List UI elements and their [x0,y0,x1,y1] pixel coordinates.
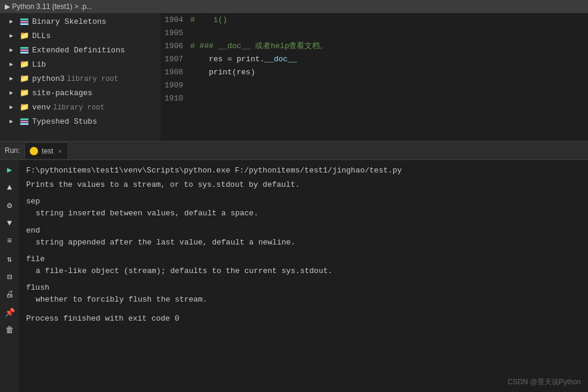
code-line-1909: 1909 [161,79,588,92]
sidebar-arrow-binary-skeletons: ▶ [10,18,19,25]
sidebar-item-binary-skeletons[interactable]: ▶Binary Skeletons [0,14,161,29]
run-output: F:\pythonitems\test1\venv\Scripts\python… [19,160,588,392]
trash-button[interactable]: 🗑 [2,323,17,337]
watermark: CSDN @景天说Python [508,377,581,387]
down-button[interactable]: ▼ [2,216,17,230]
param-name-file: file [26,253,581,265]
pin-button[interactable]: 📌 [2,305,17,319]
line-number-1908: 1908 [161,68,190,77]
lines2-button[interactable]: ⇅ [2,252,17,266]
line-number-1909: 1909 [161,81,190,90]
grid-button[interactable]: ⊟ [2,269,17,284]
sidebar-item-extended-definitions[interactable]: ▶Extended Definitions [0,43,161,57]
sidebar-item-venv[interactable]: ▶📁venvlibrary root [0,100,161,114]
run-tab[interactable]: test × [24,142,68,159]
sidebar-label-lib: Lib [32,60,46,69]
lines-button[interactable]: ≡ [2,234,17,248]
wrench-button[interactable]: ⚙ [2,198,17,212]
up-button[interactable]: ▲ [2,180,17,195]
play-button[interactable]: ▶ [2,162,17,177]
line-number-1906: 1906 [161,42,190,51]
sidebar-arrow-site-packages: ▶ [10,89,19,96]
python-tab-icon [30,147,38,155]
code-editor: 1904# i()19051906# ### __doc__ 或者help查看文… [161,13,588,141]
sidebar-icon-binary-skeletons [19,16,30,27]
line-content-1906: # ### __doc__ 或者help查看文档。 [190,40,328,51]
run-tab-bar: Run: test × [0,141,588,160]
param-name-end: end [26,225,581,237]
params-block: sepstring inserted between values, defau… [26,196,581,306]
sidebar-label-extended-definitions: Extended Definitions [32,46,125,55]
sidebar-icon-typeshed-stubs [19,116,30,127]
code-line-1908: 1908 print(res) [161,65,588,79]
sidebar: ▶Binary Skeletons▶📁DLLs▶Extended Definit… [0,13,161,141]
sidebar-label-venv: venvlibrary root [32,103,105,112]
sidebar-arrow-typeshed-stubs: ▶ [10,118,19,125]
sidebar-icon-lib: 📁 [19,59,30,70]
sidebar-label-site-packages: site-packages [32,89,92,98]
sidebar-label-binary-skeletons: Binary Skeletons [32,17,106,26]
sidebar-item-lib[interactable]: ▶📁Lib [0,57,161,71]
tab-close-button[interactable]: × [58,148,62,155]
sidebar-icon-venv: 📁 [19,102,30,112]
param-desc-end: string appended after the last value, de… [26,237,581,249]
run-label: Run: [5,146,20,155]
sidebar-icon-site-packages: 📁 [19,87,30,98]
sidebar-item-dlls[interactable]: ▶📁DLLs [0,29,161,43]
sidebar-label-dlls: DLLs [32,32,51,40]
code-line-1905: 1905 [161,26,588,39]
output-path: F:\pythonitems\test1\venv\Scripts\python… [26,165,581,177]
sidebar-item-site-packages[interactable]: ▶📁site-packages [0,86,161,100]
line-number-1910: 1910 [161,94,190,103]
python-bar-text: ▶ Python 3.11 (test1) > .p... [5,2,92,11]
print-button[interactable]: 🖨 [2,287,17,302]
sidebar-item-typeshed-stubs[interactable]: ▶Typeshed Stubs [0,114,161,128]
run-toolbar: ▶▲⚙▼≡⇅⊟🖨📌🗑 [0,160,19,392]
line-content-1907: res = print.__doc__ [190,55,297,64]
sidebar-label-typeshed-stubs: Typeshed Stubs [32,117,97,126]
code-line-1904: 1904# i() [161,13,588,26]
line-content-1904: # i() [190,15,227,24]
exit-message: Process finished with exit code 0 [26,313,581,325]
sidebar-arrow-python3: ▶ [10,75,19,82]
python-bar: ▶ Python 3.11 (test1) > .p... [0,0,588,13]
param-desc-sep: string inserted between values, default … [26,208,581,219]
sidebar-label-python3: python3library root [32,74,118,83]
line-number-1904: 1904 [161,15,190,24]
param-desc-file: a file-like object (stream); defaults to… [26,265,581,277]
line-content-1908: print(res) [190,68,255,77]
sidebar-arrow-lib: ▶ [10,61,19,68]
param-desc-flush: whether to forcibly flush the stream. [26,294,581,306]
sidebar-arrow-venv: ▶ [10,104,19,111]
tab-name: test [42,147,53,155]
top-section: ▶Binary Skeletons▶📁DLLs▶Extended Definit… [0,13,588,141]
sidebar-arrow-dlls: ▶ [10,32,19,39]
sidebar-arrow-extended-definitions: ▶ [10,46,19,54]
output-line1: Prints the values to a stream, or to sys… [26,179,581,191]
param-name-sep: sep [26,196,581,208]
run-panel: ▶▲⚙▼≡⇅⊟🖨📌🗑 F:\pythonitems\test1\venv\Scr… [0,160,588,392]
code-line-1906: 1906# ### __doc__ 或者help查看文档。 [161,39,588,52]
code-lines: 1904# i()19051906# ### __doc__ 或者help查看文… [161,13,588,141]
param-name-flush: flush [26,282,581,294]
sidebar-item-python3[interactable]: ▶📁python3library root [0,71,161,86]
sidebar-icon-python3: 📁 [19,73,30,84]
sidebar-icon-dlls: 📁 [19,30,30,41]
line-number-1907: 1907 [161,55,190,64]
code-line-1910: 1910 [161,92,588,105]
sidebar-icon-extended-definitions [19,45,30,55]
code-line-1907: 1907 res = print.__doc__ [161,52,588,65]
line-number-1905: 1905 [161,29,190,37]
